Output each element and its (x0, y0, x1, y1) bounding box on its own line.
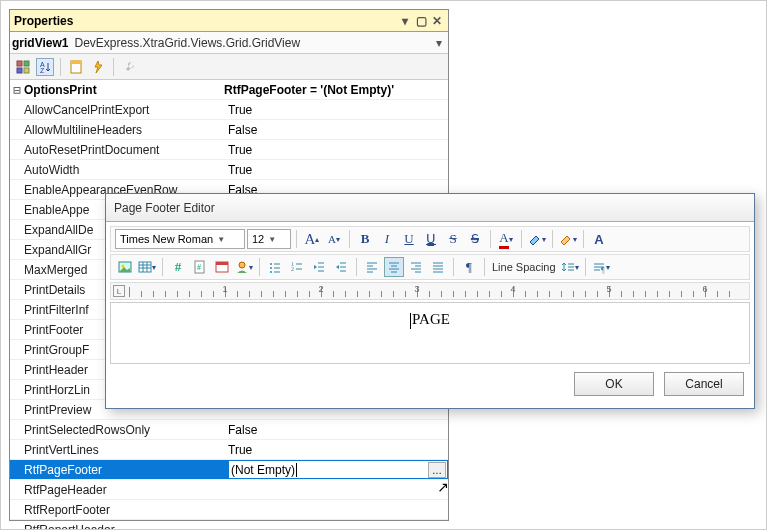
category-row[interactable]: ⊟ OptionsPrint RtfPageFooter = '(Not Emp… (10, 80, 448, 100)
property-row[interactable]: PrintVertLinesTrue (10, 440, 448, 460)
cancel-button[interactable]: Cancel (664, 372, 744, 396)
category-summary: RtfPageFooter = '(Not Empty)' (224, 83, 394, 97)
clear-format-icon[interactable]: ▾ (558, 229, 578, 249)
insert-image-icon[interactable] (115, 257, 135, 277)
property-value-editor[interactable]: (Not Empty)…↖ (228, 460, 448, 479)
line-spacing-icon[interactable]: ▾ (560, 257, 580, 277)
double-strike-icon[interactable]: S̶ (465, 229, 485, 249)
ellipsis-button[interactable]: … (428, 462, 446, 478)
chevron-down-icon[interactable]: ▾ (432, 36, 446, 50)
highlight-icon[interactable]: ▾ (527, 229, 547, 249)
property-label: RtfReportFooter (10, 503, 228, 517)
pin-icon[interactable]: ▾ (398, 14, 412, 28)
underline-icon[interactable]: U (399, 229, 419, 249)
paragraph-icon[interactable]: ¶ (459, 257, 479, 277)
font-name-select[interactable]: Times New Roman ▼ (115, 229, 245, 249)
close-icon[interactable]: ✕ (430, 14, 444, 28)
wrench-icon[interactable] (120, 58, 138, 76)
svg-rect-1 (24, 61, 29, 66)
object-selector[interactable]: gridView1 DevExpress.XtraGrid.Views.Grid… (10, 32, 448, 54)
property-value: True (228, 163, 448, 177)
font-name-value: Times New Roman (120, 233, 213, 245)
property-label: AutoResetPrintDocument (10, 143, 228, 157)
font-size-select[interactable]: 12 ▼ (247, 229, 291, 249)
dialog-titlebar[interactable]: Page Footer Editor (106, 194, 754, 222)
property-row[interactable]: AutoResetPrintDocumentTrue (10, 140, 448, 160)
property-row[interactable]: RtfReportHeader (10, 520, 448, 530)
align-justify-icon[interactable] (428, 257, 448, 277)
bullets-icon[interactable] (265, 257, 285, 277)
svg-rect-3 (24, 68, 29, 73)
align-right-icon[interactable] (406, 257, 426, 277)
grow-font-icon[interactable]: A▴ (302, 229, 322, 249)
separator (453, 258, 454, 276)
dialog-buttons: OK Cancel (110, 364, 750, 404)
paragraph-settings-icon[interactable]: ¶▾ (591, 257, 611, 277)
page-footer-editor-dialog: Page Footer Editor Times New Roman ▼ 12 … (105, 193, 755, 409)
property-row[interactable]: RtfReportFooter (10, 500, 448, 520)
svg-rect-10 (139, 262, 151, 272)
categorized-icon[interactable] (14, 58, 32, 76)
chevron-down-icon[interactable]: ▼ (217, 235, 225, 244)
separator (484, 258, 485, 276)
property-label: PrintSelectedRowsOnly (10, 423, 228, 437)
separator (259, 258, 260, 276)
property-label: RtfReportHeader (10, 523, 228, 531)
property-label: AutoWidth (10, 163, 228, 177)
indent-icon[interactable] (331, 257, 351, 277)
separator (552, 230, 553, 248)
property-row[interactable]: RtfPageHeader (10, 480, 448, 500)
numbering-icon[interactable]: 12 (287, 257, 307, 277)
bold-icon[interactable]: B (355, 229, 375, 249)
insert-pagenum-icon[interactable]: # (168, 257, 188, 277)
page-icon[interactable] (67, 58, 85, 76)
property-row[interactable]: AutoWidthTrue (10, 160, 448, 180)
object-type: DevExpress.XtraGrid.Views.Grid.GridView (74, 36, 432, 50)
separator (583, 230, 584, 248)
separator (296, 230, 297, 248)
property-row[interactable]: PrintSelectedRowsOnlyFalse (10, 420, 448, 440)
insert-user-icon[interactable]: ▾ (234, 257, 254, 277)
svg-rect-0 (17, 61, 22, 66)
strike-icon[interactable]: S (443, 229, 463, 249)
property-row[interactable]: RtfPageFooter(Not Empty)…↖ (10, 460, 448, 480)
svg-rect-7 (71, 61, 81, 64)
properties-toolbar: AZ (10, 54, 448, 80)
property-row[interactable]: AllowCancelPrintExportTrue (10, 100, 448, 120)
shrink-font-icon[interactable]: A▾ (324, 229, 344, 249)
ok-button[interactable]: OK (574, 372, 654, 396)
ruler[interactable]: L 123456 (110, 282, 750, 300)
italic-icon[interactable]: I (377, 229, 397, 249)
double-underline-icon[interactable]: U̳ (421, 229, 441, 249)
separator (585, 258, 586, 276)
svg-point-9 (122, 265, 125, 268)
property-value: False (228, 123, 448, 137)
svg-text:¶: ¶ (601, 266, 605, 274)
alphabetical-icon[interactable]: AZ (36, 58, 54, 76)
font-dialog-icon[interactable]: A (589, 229, 609, 249)
insert-pagecount-icon[interactable]: # (190, 257, 210, 277)
svg-text:#: # (197, 263, 201, 272)
ruler-corner: L (113, 285, 125, 297)
svg-rect-18 (216, 262, 228, 265)
font-size-value: 12 (252, 233, 264, 245)
separator (113, 58, 114, 76)
outdent-icon[interactable] (309, 257, 329, 277)
line-spacing-label: Line Spacing (490, 261, 558, 273)
font-color-icon[interactable]: A▾ (496, 229, 516, 249)
ruler-label: 6 (702, 284, 707, 294)
properties-title: Properties (14, 14, 398, 28)
insert-table-icon[interactable]: ▾ (137, 257, 157, 277)
insert-date-icon[interactable] (212, 257, 232, 277)
dialog-title: Page Footer Editor (114, 201, 215, 215)
chevron-down-icon[interactable]: ▼ (268, 235, 276, 244)
editor-content[interactable]: PAGE (110, 302, 750, 364)
property-row[interactable]: AllowMultilineHeadersFalse (10, 120, 448, 140)
align-center-icon[interactable] (384, 257, 404, 277)
align-left-icon[interactable] (362, 257, 382, 277)
window-icon[interactable]: ▢ (414, 14, 428, 28)
events-icon[interactable] (89, 58, 107, 76)
property-value: True (228, 143, 448, 157)
collapse-icon[interactable]: ⊟ (10, 83, 24, 97)
svg-text:Z: Z (40, 67, 45, 74)
